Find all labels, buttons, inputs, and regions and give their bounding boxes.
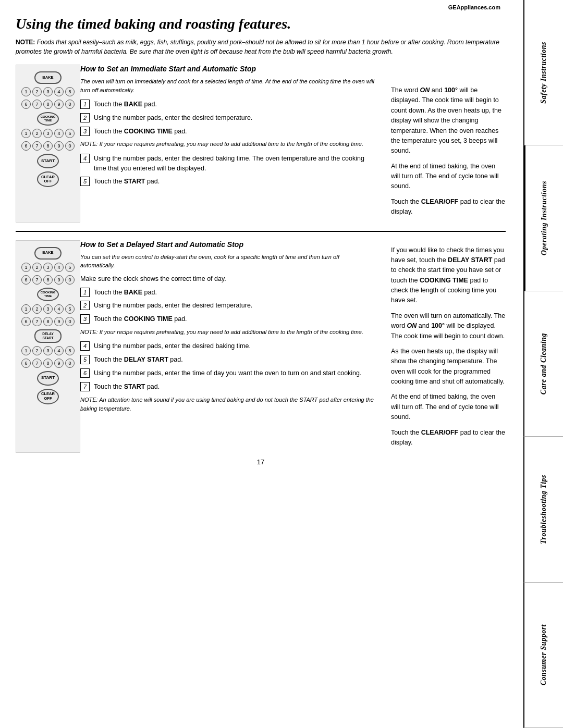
note-label: NOTE: — [16, 39, 35, 46]
num-1d: 1 — [21, 304, 31, 314]
num-row-4-top: 1 2 3 4 5 — [21, 304, 75, 314]
num-1c: 1 — [21, 263, 31, 272]
num-9e: 9 — [54, 359, 64, 368]
num-4b: 4 — [54, 129, 64, 138]
num-row-1-bot: 6 7 8 9 0 — [21, 100, 75, 109]
num-row-1-top: 1 2 3 4 5 — [21, 87, 75, 96]
num-2d: 2 — [32, 304, 42, 314]
s2-step-num-3: 3 — [80, 314, 90, 324]
step-num-4: 4 — [80, 154, 90, 163]
bake-btn-2[interactable]: BAKE — [34, 247, 62, 260]
section1-step4: 4 Using the number pads, enter the desir… — [80, 154, 375, 174]
num-5: 5 — [65, 87, 75, 96]
num-7c: 7 — [32, 275, 42, 285]
cooking-time-btn-2[interactable]: COOKINGTIME — [37, 288, 59, 301]
num-5d: 5 — [65, 304, 75, 314]
section1-step3: 3 Touch the COOKING TIME pad. — [80, 127, 375, 137]
section1-right-p1: The word ON and 100° will be displayed. … — [391, 85, 506, 156]
num-row-5-top: 1 2 3 4 5 — [21, 346, 75, 355]
s2-step-text-6: Using the number pads, enter the time of… — [94, 368, 362, 378]
bake-btn-1[interactable]: BAKE — [34, 71, 62, 84]
num-9d: 9 — [54, 317, 64, 326]
tab-consumer-label: Consumer Support — [540, 624, 548, 685]
section2-step5: 5 Touch the DELAY START pad. — [80, 355, 375, 365]
section2-note-mid: NOTE: If your recipe requires preheating… — [80, 328, 375, 337]
section2-step1: 1 Touch the BAKE pad. — [80, 288, 375, 298]
s2-step-text-1: Touch the BAKE pad. — [94, 288, 157, 298]
step-text-5: Touch the START pad. — [94, 177, 160, 187]
clear-off-btn-1[interactable]: CLEAROFF — [37, 171, 59, 187]
oven-panel-1: BAKE 1 2 3 4 5 6 7 8 9 0 COoKinGTIME — [16, 65, 80, 223]
num-2c: 2 — [32, 263, 42, 272]
num-2b: 2 — [32, 129, 42, 138]
start-btn-2[interactable]: START — [37, 371, 59, 386]
num-6d: 6 — [21, 317, 31, 326]
num-0: 0 — [65, 100, 75, 109]
num-0c: 0 — [65, 275, 75, 285]
num-8b: 8 — [43, 141, 53, 151]
step-num-5: 5 — [80, 177, 90, 186]
section2-right-p3: As the oven heats up, the display will s… — [391, 347, 506, 387]
num-2e: 2 — [32, 346, 42, 355]
s2-step-num-6: 6 — [80, 368, 90, 378]
section2: BAKE 1 2 3 4 5 6 7 8 9 0 COOKINGTIME — [16, 240, 506, 453]
tab-safety[interactable]: Safety Instructions — [523, 0, 563, 145]
section2-row: BAKE 1 2 3 4 5 6 7 8 9 0 COOKINGTIME — [16, 240, 506, 453]
step-text-4: Using the number pads, enter the desired… — [94, 154, 375, 174]
delay-start-btn[interactable]: DELAYSTART — [34, 329, 62, 343]
section2-steps-right: How to Set a Delayed Start and Automatic… — [80, 240, 506, 453]
num-7: 7 — [32, 100, 42, 109]
s2-step-num-5: 5 — [80, 355, 90, 364]
section1-step1: 1 Touch the BAKE pad. — [80, 100, 375, 109]
num-0d: 0 — [65, 317, 75, 326]
section1-subtitle: The oven will turn on immediately and co… — [80, 77, 375, 94]
num-5c: 5 — [65, 263, 75, 272]
oven-panel-2: BAKE 1 2 3 4 5 6 7 8 9 0 COOKINGTIME — [16, 240, 80, 453]
step-text-2: Using the number pads, enter the desired… — [94, 113, 252, 123]
main-content: Using the timed baking and roasting feat… — [0, 0, 521, 487]
num-0b: 0 — [65, 141, 75, 151]
start-btn-1[interactable]: START — [37, 154, 59, 168]
section2-right-p2: The oven will turn on automatically. The… — [391, 311, 506, 341]
tab-care-label: Care and Cleaning — [540, 333, 548, 394]
s2-step-text-5: Touch the DELAY START pad. — [94, 355, 183, 365]
num-7d: 7 — [32, 317, 42, 326]
num-4e: 4 — [54, 346, 64, 355]
tab-operating[interactable]: Operating Instructions — [523, 145, 563, 291]
section2-step6: 6 Using the number pads, enter the time … — [80, 368, 375, 378]
num-row-2-top: 1 2 3 4 5 — [21, 129, 75, 138]
section2-intro: Make sure the clock shows the correct ti… — [80, 275, 375, 282]
num-8c: 8 — [43, 275, 53, 285]
num-5b: 5 — [65, 129, 75, 138]
num-4: 4 — [54, 87, 64, 96]
section2-step2: 2 Using the number pads, enter the desir… — [80, 301, 375, 311]
num-0e: 0 — [65, 359, 75, 368]
tab-consumer[interactable]: Consumer Support — [523, 583, 563, 728]
num-9b: 9 — [54, 141, 64, 151]
s2-step-num-4: 4 — [80, 341, 90, 351]
section-divider — [16, 231, 506, 232]
num-3e: 3 — [43, 346, 53, 355]
tab-care[interactable]: Care and Cleaning — [523, 291, 563, 437]
num-row-4-bot: 6 7 8 9 0 — [21, 317, 75, 326]
step-num-3: 3 — [80, 127, 90, 136]
num-1b: 1 — [21, 129, 31, 138]
num-1e: 1 — [21, 346, 31, 355]
num-7b: 7 — [32, 141, 42, 151]
section1: BAKE 1 2 3 4 5 6 7 8 9 0 COoKinGTIME — [16, 65, 506, 223]
num-3b: 3 — [43, 129, 53, 138]
tab-operating-label: Operating Instructions — [540, 181, 548, 255]
num-8e: 8 — [43, 359, 53, 368]
ge-website: GEAppliances.com — [448, 4, 500, 10]
section2-right-p4: At the end of timed baking, the oven wil… — [391, 392, 506, 422]
clear-off-btn-2[interactable]: CLEAROFF — [37, 389, 59, 404]
section1-step5: 5 Touch the START pad. — [80, 177, 375, 187]
tab-troubleshooting-label: Troubleshooting Tips — [540, 475, 548, 544]
section1-steps-right: How to Set an Immediate Start and Automa… — [80, 65, 506, 223]
cooking-time-btn-1[interactable]: COoKinGTIME — [37, 112, 59, 126]
section2-instructions: How to Set a Delayed Start and Automatic… — [80, 240, 381, 453]
tab-troubleshooting[interactable]: Troubleshooting Tips — [523, 437, 563, 582]
step-text-1: Touch the BAKE pad. — [94, 100, 157, 109]
num-4c: 4 — [54, 263, 64, 272]
page-number: 17 — [16, 458, 506, 466]
